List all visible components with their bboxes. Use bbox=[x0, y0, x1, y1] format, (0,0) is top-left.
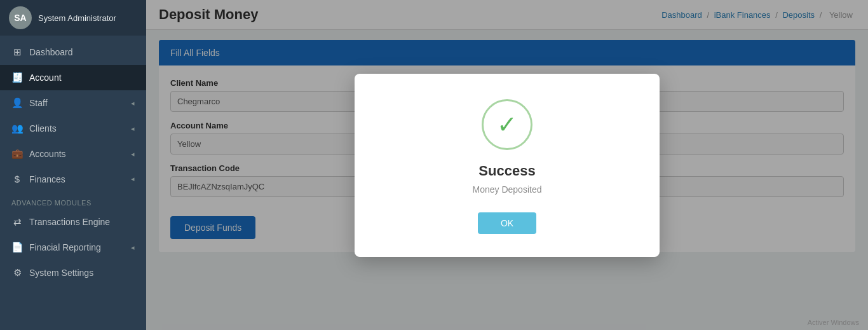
chevron-icon: ◂ bbox=[131, 175, 135, 183]
modal-title: Success bbox=[478, 163, 535, 179]
sidebar-item-label: Transactions Engine bbox=[29, 217, 110, 227]
sidebar-item-system-settings[interactable]: ⚙ System Settings bbox=[0, 260, 146, 285]
chevron-icon: ◂ bbox=[131, 244, 135, 252]
sidebar-nav: ⊞ Dashboard 🧾 Account 👤 Staff ◂ 👥 Client… bbox=[0, 36, 146, 330]
sidebar-item-label: Finances bbox=[29, 174, 65, 184]
success-icon-circle: ✓ bbox=[482, 99, 532, 150]
sidebar-item-financial-reporting[interactable]: 📄 Finacial Reporting ◂ bbox=[0, 235, 146, 260]
accounts-icon: 💼 bbox=[11, 148, 23, 160]
reporting-icon: 📄 bbox=[11, 242, 23, 253]
sidebar-item-label: Finacial Reporting bbox=[29, 242, 101, 252]
modal-overlay: ✓ Success Money Deposited OK bbox=[146, 0, 868, 330]
finances-icon: $ bbox=[11, 174, 23, 184]
success-modal: ✓ Success Money Deposited OK bbox=[355, 74, 660, 257]
avatar: SA bbox=[9, 6, 32, 29]
sidebar-item-label: Dashboard bbox=[29, 47, 73, 57]
sidebar-item-dashboard[interactable]: ⊞ Dashboard bbox=[0, 39, 146, 65]
sidebar-item-label: Accounts bbox=[29, 149, 66, 159]
modal-message: Money Deposited bbox=[473, 184, 542, 195]
account-icon: 🧾 bbox=[11, 72, 23, 83]
clients-icon: 👥 bbox=[11, 123, 23, 134]
sidebar-item-label: Account bbox=[29, 72, 62, 83]
dashboard-icon: ⊞ bbox=[11, 46, 23, 58]
sidebar-item-clients[interactable]: 👥 Clients ◂ bbox=[0, 116, 146, 141]
chevron-icon: ◂ bbox=[131, 99, 135, 107]
sidebar-item-label: Clients bbox=[29, 123, 57, 134]
sidebar-item-label: System Settings bbox=[29, 268, 93, 278]
staff-icon: 👤 bbox=[11, 97, 23, 109]
sidebar-item-staff[interactable]: 👤 Staff ◂ bbox=[0, 90, 146, 116]
sidebar-item-finances[interactable]: $ Finances ◂ bbox=[0, 167, 146, 191]
sidebar-item-account[interactable]: 🧾 Account bbox=[0, 65, 146, 90]
sidebar-username: System Administrator bbox=[38, 13, 116, 23]
settings-icon: ⚙ bbox=[11, 267, 23, 278]
transactions-icon: ⇄ bbox=[11, 216, 23, 228]
sidebar-header: SA System Administrator bbox=[0, 0, 146, 36]
sidebar: SA System Administrator ⊞ Dashboard 🧾 Ac… bbox=[0, 0, 146, 330]
chevron-icon: ◂ bbox=[131, 125, 135, 133]
chevron-icon: ◂ bbox=[131, 150, 135, 158]
sidebar-item-accounts[interactable]: 💼 Accounts ◂ bbox=[0, 141, 146, 167]
main-content: Deposit Money Dashboard / iBank Finances… bbox=[146, 0, 868, 330]
advanced-modules-label: Advanced Modules bbox=[0, 191, 146, 209]
modal-ok-button[interactable]: OK bbox=[478, 212, 536, 234]
checkmark-icon: ✓ bbox=[497, 111, 517, 139]
sidebar-item-label: Staff bbox=[29, 98, 48, 108]
sidebar-item-transactions-engine[interactable]: ⇄ Transactions Engine bbox=[0, 209, 146, 235]
